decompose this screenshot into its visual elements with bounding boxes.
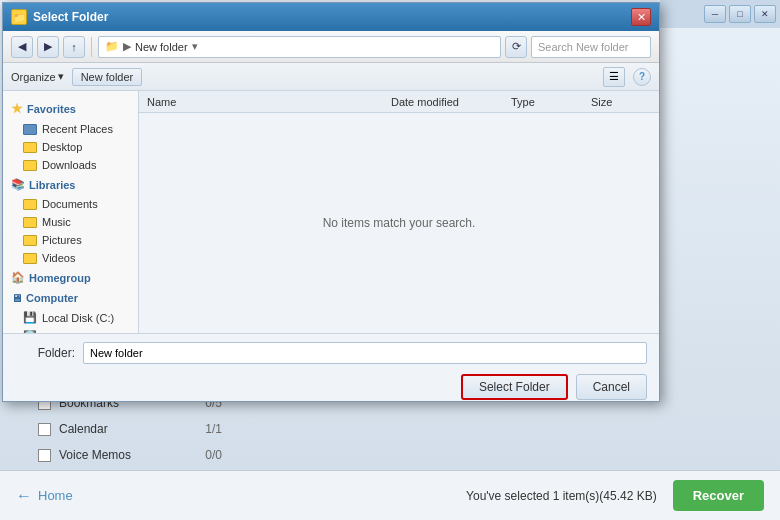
folder-icon — [23, 217, 37, 228]
home-arrow-icon: ← — [16, 487, 32, 505]
sidebar-item-pictures[interactable]: Pictures — [3, 231, 138, 249]
column-type[interactable]: Type — [511, 96, 591, 108]
column-date[interactable]: Date modified — [391, 96, 511, 108]
favorites-label: Favorites — [27, 103, 76, 115]
computer-icon: 🖥 — [11, 292, 22, 304]
search-box[interactable]: Search New folder — [531, 36, 651, 58]
footer-buttons: Select Folder Cancel — [15, 374, 647, 400]
folder-icon — [23, 160, 37, 171]
dialog-title: Select Folder — [33, 10, 631, 24]
breadcrumb-bar[interactable]: 📁 ▶ New folder ▾ — [98, 36, 501, 58]
breadcrumb-dropdown[interactable]: ▾ — [192, 40, 198, 53]
cancel-button[interactable]: Cancel — [576, 374, 647, 400]
sidebar-item-label: Desktop — [42, 141, 82, 153]
home-label: Home — [38, 488, 73, 503]
up-button[interactable]: ↑ — [63, 36, 85, 58]
sidebar-item-label: Documents — [42, 198, 98, 210]
folder-icon — [23, 199, 37, 210]
sidebar-item-downloads[interactable]: Downloads — [3, 156, 138, 174]
home-link[interactable]: ← Home — [16, 487, 73, 505]
sidebar-item-label: Videos — [42, 252, 75, 264]
computer-header: 🖥 Computer — [3, 288, 138, 308]
column-size[interactable]: Size — [591, 96, 651, 108]
drive-icon: 💾 — [23, 311, 37, 324]
status-text: You've selected 1 item(s)(45.42 KB) — [466, 489, 657, 503]
checkbox[interactable] — [38, 423, 51, 436]
back-button[interactable]: ◀ — [11, 36, 33, 58]
dialog-action-toolbar: Organize ▾ New folder ☰ ? — [3, 63, 659, 91]
dialog-title-icon: 📁 — [11, 9, 27, 25]
sidebar-item-documents[interactable]: Documents — [3, 195, 138, 213]
refresh-button[interactable]: ⟳ — [505, 36, 527, 58]
list-item[interactable]: Voice Memos 0/0 — [30, 442, 230, 468]
folder-row: Folder: — [15, 342, 647, 364]
sidebar-item-desktop[interactable]: Desktop — [3, 138, 138, 156]
select-folder-button[interactable]: Select Folder — [461, 374, 568, 400]
sidebar-item-music[interactable]: Music — [3, 213, 138, 231]
recover-button[interactable]: Recover — [673, 480, 764, 511]
folder-icon — [23, 142, 37, 153]
bottom-bar: ← Home You've selected 1 item(s)(45.42 K… — [0, 470, 780, 520]
dialog-close-button[interactable]: ✕ — [631, 8, 651, 26]
item-count: 1/1 — [205, 422, 222, 436]
homegroup-header: 🏠 Homegroup — [3, 267, 138, 288]
sidebar-item-label: Local Disk (C:) — [42, 312, 114, 324]
computer-label: Computer — [26, 292, 78, 304]
organize-arrow-icon: ▾ — [58, 70, 64, 83]
empty-message: No items match your search. — [323, 216, 476, 230]
homegroup-icon: 🏠 — [11, 271, 25, 284]
sidebar-item-label: Recent Places — [42, 123, 113, 135]
minimize-button[interactable]: ─ — [704, 5, 726, 23]
sidebar-item-local-disk[interactable]: 💾 Local Disk (C:) — [3, 308, 138, 327]
forward-button[interactable]: ▶ — [37, 36, 59, 58]
sidebar-item-recent-places[interactable]: Recent Places — [3, 120, 138, 138]
breadcrumb-path: New folder — [135, 41, 188, 53]
item-label: Calendar — [59, 422, 108, 436]
maximize-button[interactable]: □ — [729, 5, 751, 23]
sidebar-item-label: Pictures — [42, 234, 82, 246]
list-item[interactable]: Calendar 1/1 — [30, 416, 230, 442]
organize-button[interactable]: Organize ▾ — [11, 70, 64, 83]
dialog-sidebar: ★ Favorites Recent Places Desktop Downlo… — [3, 91, 139, 333]
folder-input[interactable] — [83, 342, 647, 364]
file-list-header: Name Date modified Type Size — [139, 91, 659, 113]
checkbox[interactable] — [38, 449, 51, 462]
libraries-label: Libraries — [29, 179, 75, 191]
favorites-header: ★ Favorites — [3, 97, 138, 120]
sidebar-item-videos[interactable]: Videos — [3, 249, 138, 267]
organize-label: Organize — [11, 71, 56, 83]
dialog-body: ★ Favorites Recent Places Desktop Downlo… — [3, 91, 659, 333]
search-placeholder: Search New folder — [538, 41, 629, 53]
dialog-footer: Folder: Select Folder Cancel — [3, 333, 659, 401]
view-button[interactable]: ☰ — [603, 67, 625, 87]
sidebar-item-label: Music — [42, 216, 71, 228]
library-icon: 📚 — [11, 178, 25, 191]
file-list-empty: No items match your search. — [139, 113, 659, 333]
dialog-titlebar: 📁 Select Folder ✕ — [3, 3, 659, 31]
new-folder-button[interactable]: New folder — [72, 68, 143, 86]
column-name[interactable]: Name — [147, 96, 391, 108]
star-icon: ★ — [11, 101, 23, 116]
help-button[interactable]: ? — [633, 68, 651, 86]
libraries-header: 📚 Libraries — [3, 174, 138, 195]
folder-label: Folder: — [15, 346, 75, 360]
folder-icon: 📁 — [105, 40, 119, 53]
item-label: Voice Memos — [59, 448, 131, 462]
close-button[interactable]: ✕ — [754, 5, 776, 23]
folder-icon — [23, 124, 37, 135]
breadcrumb-arrow: ▶ — [123, 40, 131, 53]
select-folder-dialog: 📁 Select Folder ✕ ◀ ▶ ↑ 📁 ▶ New folder ▾… — [2, 2, 660, 402]
folder-icon — [23, 253, 37, 264]
sidebar-item-label: Downloads — [42, 159, 96, 171]
separator — [91, 37, 92, 57]
folder-icon — [23, 235, 37, 246]
dialog-nav-toolbar: ◀ ▶ ↑ 📁 ▶ New folder ▾ ⟳ Search New fold… — [3, 31, 659, 63]
dialog-main-area: Name Date modified Type Size No items ma… — [139, 91, 659, 333]
item-count: 0/0 — [205, 448, 222, 462]
homegroup-label: Homegroup — [29, 272, 91, 284]
browser-chrome: ─ □ ✕ — [660, 0, 780, 28]
